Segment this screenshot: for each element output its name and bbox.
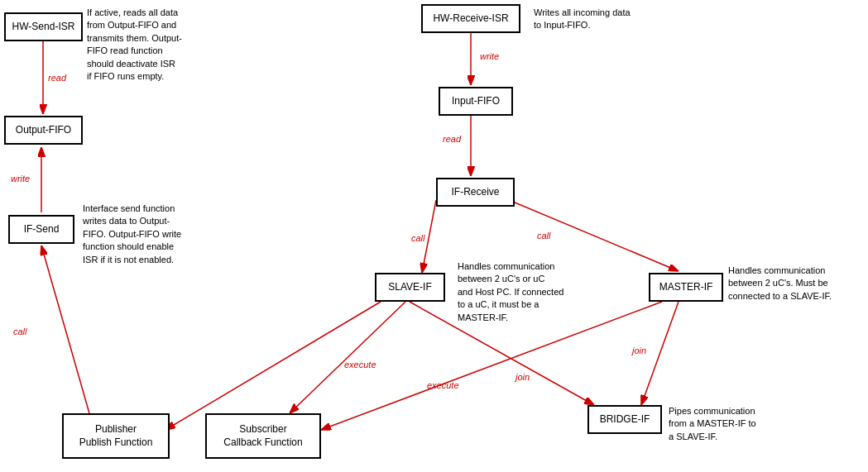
join2-label: join (516, 372, 530, 382)
read2-label: read (443, 134, 461, 144)
hw-receive-isr-annotation: Writes all incoming data to Input-FIFO. (534, 7, 674, 32)
if-send-box: IF-Send (8, 215, 74, 244)
call1-label: call (13, 327, 27, 336)
hw-send-isr-annotation: If active, reads all data from Output-FI… (87, 7, 232, 83)
master-if-box: MASTER-IF (649, 273, 723, 302)
execute2-label: execute (427, 380, 459, 390)
diagram: HW-Send-ISR Output-FIFO IF-Send HW-Recei… (0, 0, 868, 472)
call3-label: call (537, 231, 551, 241)
write2-label: write (480, 51, 499, 61)
output-fifo-box: Output-FIFO (4, 116, 83, 145)
svg-line-11 (641, 302, 679, 405)
hw-receive-isr-box: HW-Receive-ISR (421, 4, 520, 33)
bridge-if-annotation: Pipes communication from a MASTER-IF to … (669, 405, 809, 443)
svg-line-7 (41, 246, 89, 413)
read1-label: read (48, 73, 66, 83)
bridge-if-box: BRIDGE-IF (587, 405, 662, 434)
call2-label: call (411, 233, 425, 243)
slave-if-box: SLAVE-IF (375, 273, 445, 302)
write1-label: write (11, 174, 30, 184)
join1-label: join (632, 346, 646, 355)
master-if-annotation: Handles communication between 2 uC's. Mu… (728, 265, 865, 303)
execute1-label: execute (344, 360, 376, 369)
publisher-box: Publisher Publish Function (62, 413, 170, 459)
slave-if-annotation: Handles communication between 2 uC's or … (458, 260, 611, 324)
input-fifo-box: Input-FIFO (439, 87, 513, 116)
svg-line-10 (290, 302, 405, 413)
subscriber-box: Subscriber Callback Function (205, 413, 321, 459)
if-send-annotation: Interface send function writes data to O… (83, 203, 228, 266)
hw-send-isr-box: HW-Send-ISR (4, 12, 83, 41)
if-receive-box: IF-Receive (436, 178, 515, 207)
